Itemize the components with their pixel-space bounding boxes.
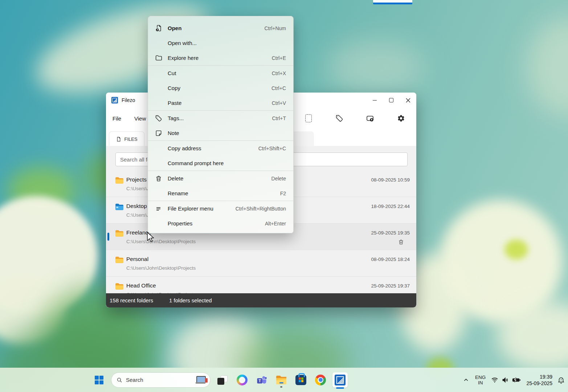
folder-count: 158 recent folders bbox=[110, 297, 153, 303]
menu-item-delete[interactable]: Delete Delete bbox=[148, 171, 293, 186]
scan-file-icon bbox=[305, 114, 312, 122]
menu-lines-icon bbox=[155, 205, 163, 213]
file-explorer-icon bbox=[275, 375, 287, 385]
peeking-window-edge[interactable] bbox=[373, 0, 412, 4]
svg-text:T: T bbox=[258, 378, 261, 383]
folder-name: Head Office bbox=[126, 282, 156, 289]
settings-button[interactable] bbox=[385, 111, 416, 126]
maximize-button[interactable] bbox=[383, 93, 400, 108]
folder-icon bbox=[115, 282, 124, 291]
upload-icon bbox=[366, 114, 375, 123]
teams-icon: T bbox=[256, 375, 267, 385]
active-app-indicator bbox=[336, 387, 344, 389]
folder-icon bbox=[115, 176, 124, 185]
battery-icon[interactable] bbox=[512, 376, 521, 384]
menu-item-copy-address[interactable]: Copy address Ctrl+Shift+C bbox=[148, 141, 293, 156]
tab-files[interactable]: FILES bbox=[109, 131, 144, 146]
search-icon bbox=[117, 377, 122, 383]
file-explorer-button[interactable] bbox=[274, 372, 289, 388]
folder-icon bbox=[115, 229, 124, 238]
clock[interactable]: 19:39 25-09-2025 bbox=[526, 373, 552, 387]
selection-accent-bar bbox=[107, 233, 109, 241]
settings-gear-icon bbox=[397, 114, 405, 122]
tray-date: 25-09-2025 bbox=[526, 380, 552, 386]
chrome-button[interactable] bbox=[313, 372, 328, 388]
folder-name: Projects bbox=[126, 176, 147, 183]
mouse-cursor bbox=[146, 232, 155, 243]
status-bar: 158 recent folders 1 folders selected bbox=[106, 293, 416, 307]
menu-item-copy[interactable]: Copy Ctrl+C bbox=[148, 81, 293, 95]
menu-item-properties[interactable]: Properties Alt+Enter bbox=[148, 216, 293, 231]
folder-icon bbox=[115, 255, 124, 265]
folder-path: C:\Users\John\Desktop\Projects bbox=[126, 265, 196, 271]
menu-item-file-explorer-menu[interactable]: File Explorer menu Ctrl+Shift+RightButto… bbox=[148, 201, 293, 216]
taskbar-search-label: Search bbox=[126, 377, 143, 383]
folder-icon bbox=[155, 54, 163, 62]
menu-item-open-with[interactable]: Open with... bbox=[148, 36, 293, 50]
toolbar bbox=[293, 111, 416, 126]
flower-blur bbox=[327, 40, 425, 94]
filezo-icon bbox=[335, 375, 346, 385]
copilot-button[interactable] bbox=[234, 372, 250, 388]
upload-button[interactable] bbox=[355, 111, 385, 126]
windows-logo-icon bbox=[95, 376, 103, 384]
tags-button[interactable] bbox=[324, 111, 355, 126]
system-tray: ENG IN 19:39 25-09-2025 z z bbox=[463, 368, 565, 392]
menu-item-paste[interactable]: Paste Ctrl+V bbox=[148, 95, 293, 110]
notification-bell-icon[interactable]: z z bbox=[557, 376, 565, 384]
folder-path: C:\Users\John\Desktop\Projects bbox=[126, 239, 196, 244]
folder-date: 08-09-2025 18:24 bbox=[371, 257, 410, 262]
menu-item-rename[interactable]: Rename F2 bbox=[148, 186, 293, 201]
tab-files-label: FILES bbox=[124, 136, 137, 142]
close-icon bbox=[406, 98, 410, 103]
file-menu[interactable]: File bbox=[113, 108, 121, 129]
folder-name: Desktop bbox=[126, 203, 147, 209]
task-view-button[interactable] bbox=[215, 372, 230, 388]
note-icon bbox=[155, 129, 163, 137]
bud-blur bbox=[504, 240, 528, 260]
language-indicator[interactable]: ENG IN bbox=[475, 375, 486, 385]
folder-row-personal[interactable]: Personal C:\Users\John\Desktop\Projects … bbox=[106, 250, 416, 277]
filezo-logo-icon bbox=[111, 97, 118, 103]
tag-icon bbox=[335, 114, 343, 122]
copilot-icon bbox=[237, 375, 248, 385]
tag-icon bbox=[155, 114, 163, 122]
microsoft-store-button[interactable] bbox=[293, 372, 308, 388]
window-title: Filezo bbox=[122, 97, 135, 103]
taskbar: Search T bbox=[0, 368, 568, 392]
selection-count: 1 folders selected bbox=[169, 297, 212, 303]
menu-item-explore-here[interactable]: Explore here Ctrl+E bbox=[148, 50, 293, 65]
svg-text:z: z bbox=[560, 378, 561, 380]
close-button[interactable] bbox=[400, 93, 416, 108]
tray-time: 19:39 bbox=[540, 374, 552, 380]
folder-date: 08-09-2025 10:59 bbox=[371, 177, 410, 183]
menu-item-open[interactable]: Open Ctrl+Num bbox=[148, 21, 293, 36]
menu-item-tags[interactable]: Tags... Ctrl+T bbox=[148, 111, 293, 126]
taskbar-search[interactable]: Search bbox=[111, 372, 211, 388]
minimize-button[interactable] bbox=[366, 93, 383, 108]
folder-date: 25-09-2025 19:37 bbox=[371, 283, 410, 289]
store-icon bbox=[295, 375, 306, 385]
flower-blur bbox=[526, 18, 568, 116]
wifi-icon[interactable] bbox=[491, 376, 498, 384]
filezo-taskbar-button[interactable] bbox=[332, 372, 348, 388]
running-indicator bbox=[280, 386, 282, 388]
teams-button[interactable]: T bbox=[254, 372, 269, 388]
trash-icon bbox=[398, 239, 404, 245]
menu-item-note[interactable]: Note bbox=[148, 126, 293, 140]
menu-item-cut[interactable]: Cut Ctrl+X bbox=[148, 66, 293, 81]
start-button[interactable] bbox=[91, 372, 107, 388]
context-menu: Open Ctrl+Num Open with... Explore here … bbox=[148, 16, 294, 233]
chevron-up-icon bbox=[463, 377, 469, 383]
scan-file-button[interactable] bbox=[293, 111, 324, 126]
open-file-icon bbox=[155, 24, 163, 32]
volume-icon[interactable] bbox=[502, 376, 509, 384]
view-menu[interactable]: View bbox=[134, 108, 146, 129]
folder-name: Personal bbox=[126, 256, 148, 262]
menu-item-command-prompt-here[interactable]: Command prompt here bbox=[148, 156, 293, 171]
row-delete-button[interactable] bbox=[398, 239, 404, 247]
file-icon bbox=[116, 136, 121, 142]
search-highlight-image bbox=[196, 375, 208, 385]
folder-row-head-office[interactable]: Head Office C:\Users\John\Desktop\Projec… bbox=[106, 277, 416, 293]
tray-chevron-button[interactable] bbox=[463, 377, 469, 383]
